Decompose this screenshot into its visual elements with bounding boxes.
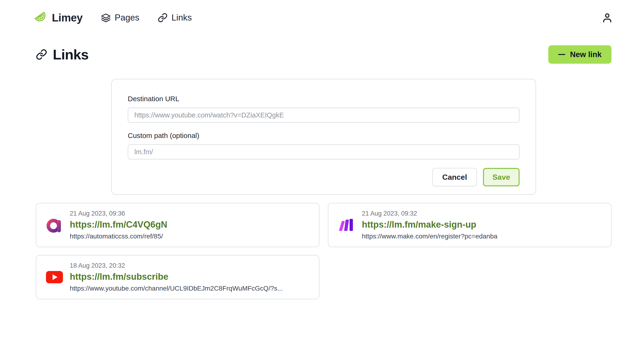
new-link-form: Destination URL Custom path (optional) C… [111,79,536,195]
layers-icon [101,13,111,23]
destination-url-text: https://automaticcss.com/ref/85/ [70,233,167,240]
cancel-button[interactable]: Cancel [432,168,477,186]
make-icon [338,219,355,231]
new-link-button[interactable]: New link [548,45,612,64]
custom-path-label: Custom path (optional) [128,132,520,140]
brand-logo[interactable]: Limey [33,10,82,25]
user-icon [602,12,613,23]
link-created-date: 18 Aug 2023, 20:32 [70,262,283,269]
link-card-text: 21 Aug 2023, 09:32 https://lm.fm/make-si… [362,210,498,240]
link-icon [36,49,47,60]
destination-url-text: https://www.make.com/en/register?pc=edan… [362,233,498,240]
custom-path-input[interactable] [128,144,520,159]
destination-url-input[interactable] [128,108,520,123]
link-card-text: 18 Aug 2023, 20:32 https://lm.fm/subscri… [70,262,283,292]
top-nav: Limey Pages Links [0,0,644,25]
automaticcss-icon [46,216,63,234]
destination-url-text: https://www.youtube.com/channel/UCL9IDbE… [70,285,283,292]
minus-icon [558,54,565,55]
page-title: Links [53,47,89,63]
nav-item-label: Pages [114,13,139,23]
link-created-date: 21 Aug 2023, 09:36 [70,210,167,217]
link-icon [158,13,168,23]
custom-path-field-group: Custom path (optional) [128,132,520,159]
main-content: Links New link Destination URL Custom pa… [0,45,644,299]
link-card-youtube[interactable]: 18 Aug 2023, 20:32 https://lm.fm/subscri… [36,255,320,299]
form-actions: Cancel Save [128,168,520,186]
destination-url-label: Destination URL [128,95,520,103]
youtube-icon [46,271,63,283]
links-list: 21 Aug 2023, 09:36 https://lm.fm/C4VQ6gN… [36,203,612,299]
page-header: Links New link [36,45,612,64]
link-card-automaticcss[interactable]: 21 Aug 2023, 09:36 https://lm.fm/C4VQ6gN… [36,203,320,247]
save-button[interactable]: Save [483,168,520,186]
nav-item-links[interactable]: Links [158,13,192,23]
new-link-button-label: New link [570,50,602,59]
lime-slice-icon [33,10,48,25]
nav-item-label: Links [171,13,192,23]
nav-item-pages[interactable]: Pages [101,13,139,23]
nav-items: Pages Links [101,13,192,23]
link-card-make[interactable]: 21 Aug 2023, 09:32 https://lm.fm/make-si… [328,203,612,247]
link-card-text: 21 Aug 2023, 09:36 https://lm.fm/C4VQ6gN… [70,210,167,240]
brand-name: Limey [52,11,82,24]
destination-url-field-group: Destination URL [128,95,520,123]
user-account-button[interactable] [602,12,613,23]
short-url-link[interactable]: https://lm.fm/subscribe [70,272,168,282]
link-created-date: 21 Aug 2023, 09:32 [362,210,498,217]
page-title-wrap: Links [36,47,89,63]
short-url-link[interactable]: https://lm.fm/C4VQ6gN [70,220,167,230]
short-url-link[interactable]: https://lm.fm/make-sign-up [362,220,476,230]
